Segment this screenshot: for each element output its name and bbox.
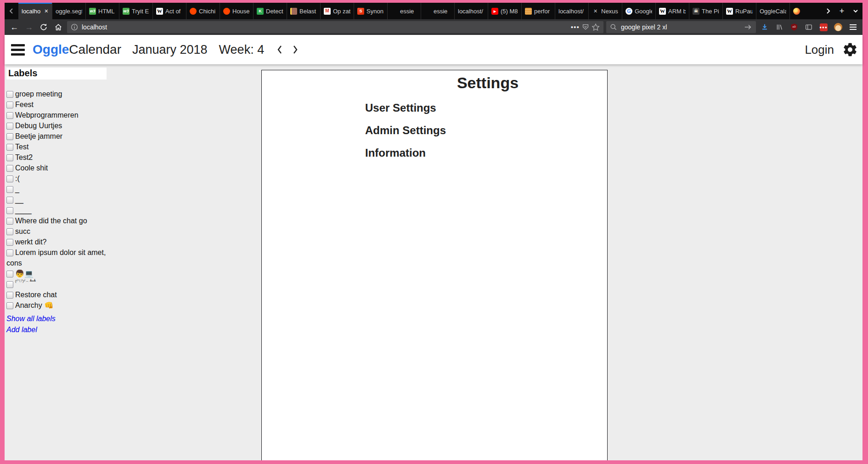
tab[interactable]: Chichi [186,3,220,19]
svg-text:uO: uO [792,25,795,28]
bookmark-star-icon[interactable] [592,23,600,31]
settings-menu-item[interactable]: Information [365,146,607,160]
label-text: succ [15,227,30,235]
label-checkbox[interactable] [6,186,13,193]
url-bar[interactable]: localhost ●●● [67,21,603,33]
ublock-button[interactable]: uO [788,21,800,33]
scroll-tabs-left-button[interactable] [5,3,18,19]
label-checkbox[interactable] [6,154,13,161]
essie-favicon [424,8,431,15]
label-row: werkt dit? [6,237,113,247]
w3-favicon: w3 [123,8,130,15]
page-actions-icon[interactable]: ●●● [571,25,580,29]
label-checkbox[interactable] [6,302,13,309]
add-label-link[interactable]: Add label [6,324,113,335]
tab[interactable]: Belast [287,3,320,19]
download-button[interactable] [759,21,771,33]
label-checkbox[interactable] [6,281,13,288]
tab[interactable]: oggle.segf [52,3,85,19]
search-bar[interactable]: google pixel 2 xl [606,21,756,33]
label-checkbox[interactable] [6,218,13,225]
label-checkbox[interactable] [6,123,13,130]
label-checkbox[interactable] [6,197,13,204]
tab[interactable]: ×Nexus [588,3,622,19]
tab[interactable]: SSynon [354,3,387,19]
syn-favicon: S [357,8,364,15]
library-button[interactable] [773,21,785,33]
login-button[interactable]: Login [805,43,834,57]
label-row: Restore chat [6,289,113,300]
label-checkbox[interactable] [6,102,13,108]
next-week-button[interactable] [292,44,299,55]
tab[interactable]: MOp zat [320,3,354,19]
label-row: Feest [6,99,113,110]
settings-menu-item[interactable]: User Settings [365,101,607,115]
tab[interactable]: House [220,3,253,19]
labels-heading: Labels [6,68,107,79]
tab[interactable]: WAct of [152,3,186,19]
label-checkbox[interactable] [6,165,13,172]
browser-menu-button[interactable] [847,21,859,33]
reload-button[interactable] [38,21,50,33]
settings-menu-item[interactable]: Admin Settings [365,124,607,137]
tab-strip: localho×oggle.segfw3HTMLw3Tryit EWAct of… [18,3,821,19]
label-checkbox[interactable] [6,271,13,277]
tab[interactable]: w3Tryit E [119,3,152,19]
google-favicon: G [626,8,632,15]
label-text: Test2 [15,153,33,161]
pocket-shield-icon[interactable] [581,23,590,31]
reddit-favicon [190,8,197,15]
label-checkbox[interactable] [6,133,13,140]
tab-title: Op zat [333,8,350,15]
label-row: Anarchy 👊 [6,300,113,311]
label-checkbox[interactable] [6,228,13,235]
tab[interactable]: WRuPau [722,3,756,19]
tab[interactable]: perfor [521,3,555,19]
label-checkbox[interactable] [6,175,13,182]
scroll-tabs-right-button[interactable] [821,3,835,19]
label-row: succ [6,226,113,237]
tab[interactable] [789,3,809,19]
lastpass-button[interactable]: ●●● [817,21,829,33]
tab[interactable]: KDetect [253,3,287,19]
new-tab-button[interactable]: + [835,3,849,19]
url-text: localhost [82,23,567,31]
tab[interactable]: essie [421,3,454,19]
label-checkbox[interactable] [6,292,13,299]
tab[interactable]: ▶(5) M8 [488,3,521,19]
tab[interactable]: GGoogle [622,3,655,19]
label-checkbox[interactable] [6,91,13,98]
home-button[interactable] [52,21,64,33]
label-checkbox[interactable] [6,144,13,151]
back-button[interactable]: ← [8,21,20,33]
tab[interactable]: OggleCala [756,3,789,19]
list-all-tabs-button[interactable] [849,3,862,19]
previous-week-button[interactable] [276,44,283,55]
show-all-labels-link[interactable]: Show all labels [6,313,113,324]
wiki-favicon: W [726,8,733,15]
label-row: 👦💻 [6,268,113,279]
app-logo[interactable]: OggleCalendar [33,42,121,57]
tab-active[interactable]: localho× [18,3,52,19]
label-checkbox[interactable] [6,249,13,256]
label-checkbox[interactable] [6,207,13,214]
tab-close-button[interactable]: × [44,7,49,15]
app-menu-button[interactable] [11,44,25,56]
current-week-label: Week: 4 [219,43,265,57]
label-checkbox[interactable] [6,239,13,246]
tab[interactable]: essie [387,3,421,19]
go-arrow-icon[interactable] [744,23,752,31]
tab[interactable]: WARM b [655,3,689,19]
detect-favicon: K [257,8,264,15]
monkey-extension-button[interactable] [832,21,844,33]
label-checkbox[interactable] [6,112,13,119]
tab[interactable]: ☠The Pi [689,3,722,19]
settings-button[interactable] [842,42,858,57]
label-text: __ [15,196,23,204]
tab[interactable]: localhost/ [454,3,488,19]
tab[interactable]: w3HTML [85,3,119,19]
tab[interactable]: localhost/ [555,3,588,19]
browser-window: localho×oggle.segfw3HTMLw3Tryit EWAct of… [5,3,862,460]
sidebar-toggle-button[interactable] [803,21,815,33]
forward-button[interactable]: → [23,21,35,33]
